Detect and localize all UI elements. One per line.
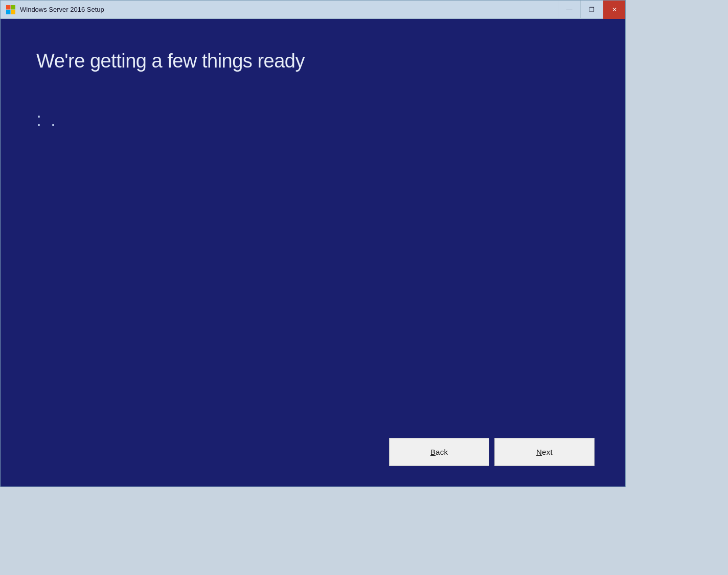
svg-rect-3 bbox=[11, 10, 16, 14]
svg-rect-1 bbox=[11, 5, 16, 10]
setup-window: Windows Server 2016 Setup — ❐ ✕ We're ge… bbox=[0, 0, 626, 487]
setup-icon bbox=[6, 5, 16, 15]
minimize-button[interactable]: — bbox=[558, 1, 580, 19]
back-button[interactable]: Back bbox=[389, 438, 489, 466]
close-button[interactable]: ✕ bbox=[603, 1, 625, 19]
main-heading: We're getting a few things ready bbox=[36, 50, 589, 73]
restore-button[interactable]: ❐ bbox=[580, 1, 603, 19]
title-bar-left: Windows Server 2016 Setup bbox=[6, 5, 104, 15]
next-button[interactable]: Next bbox=[494, 438, 595, 466]
loading-indicator: : . bbox=[36, 109, 589, 130]
next-button-label: Next bbox=[536, 448, 553, 456]
window-title: Windows Server 2016 Setup bbox=[20, 6, 104, 13]
svg-rect-2 bbox=[6, 10, 11, 14]
main-content: We're getting a few things ready : . Bac… bbox=[1, 19, 625, 486]
title-bar: Windows Server 2016 Setup — ❐ ✕ bbox=[1, 1, 625, 19]
back-button-label: Back bbox=[430, 448, 448, 456]
svg-rect-0 bbox=[6, 5, 11, 10]
window-controls: — ❐ ✕ bbox=[558, 1, 625, 18]
navigation-buttons: Back Next bbox=[389, 438, 595, 466]
